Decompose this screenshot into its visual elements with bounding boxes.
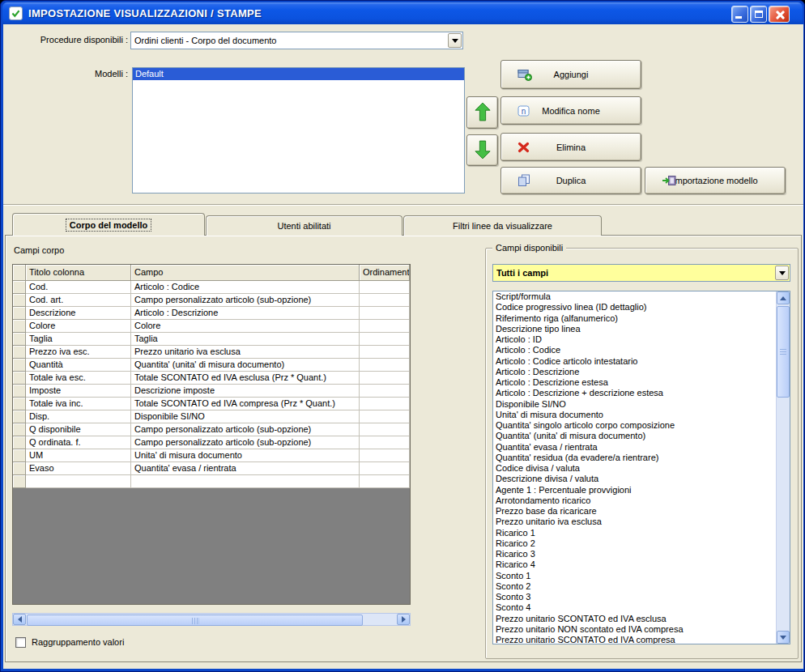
minimize-button[interactable] <box>731 6 748 23</box>
list-item[interactable]: Articolo : Descrizione + descrizione est… <box>493 388 790 398</box>
table-row[interactable]: Cod. Articolo : Codice <box>13 281 410 294</box>
list-item[interactable]: Sconto 1 <box>493 571 790 581</box>
list-item[interactable]: Quantita' (unita' di misura documento) <box>493 431 790 441</box>
tab-corpo-del-modello[interactable]: Corpo del modello <box>12 213 205 236</box>
row-handle[interactable] <box>13 333 26 346</box>
list-item[interactable]: Descrizione tipo linea <box>493 324 790 334</box>
fields-vertical-scrollbar[interactable] <box>776 291 790 644</box>
table-row[interactable]: Q ordinata. f. Campo personalizzato arti… <box>13 436 410 449</box>
list-item[interactable]: Agente 1 : Percentuale provvigioni <box>493 485 790 495</box>
model-list-item[interactable]: Default <box>133 68 464 80</box>
list-item[interactable]: Ricarico 3 <box>493 549 790 559</box>
row-handle[interactable] <box>13 449 26 462</box>
models-listbox[interactable]: Default <box>132 67 465 194</box>
grid-horizontal-scrollbar[interactable] <box>12 613 411 626</box>
row-handle[interactable] <box>13 281 26 294</box>
list-item[interactable]: Riferimento riga (alfanumerico) <box>493 313 790 324</box>
rename-model-button[interactable]: n Modifica nome <box>500 96 641 125</box>
list-item[interactable]: Codice progressivo linea (ID dettaglio) <box>493 302 790 313</box>
row-handle[interactable] <box>13 410 26 423</box>
row-handle[interactable] <box>13 385 26 398</box>
row-handle[interactable] <box>13 436 26 449</box>
list-item[interactable]: Sconto 3 <box>493 592 790 602</box>
list-item[interactable]: Sconto 4 <box>493 602 790 613</box>
close-button[interactable] <box>769 6 790 23</box>
chevron-down-icon[interactable] <box>775 266 789 280</box>
list-item[interactable]: Articolo : ID <box>493 334 790 345</box>
table-row[interactable]: Cod. art. Campo personalizzato articolo … <box>13 294 410 307</box>
list-item[interactable]: Arrotondamento ricarico <box>493 495 790 506</box>
list-item[interactable]: Prezzo unitario iva esclusa <box>493 517 790 527</box>
duplicate-model-button[interactable]: Duplica <box>500 167 641 194</box>
checkmark-window-icon[interactable] <box>9 6 23 20</box>
table-row[interactable]: Evaso Quantita' evasa / rientrata <box>13 462 410 475</box>
table-row[interactable] <box>13 475 410 488</box>
grid-header-campo[interactable]: Campo <box>131 265 360 281</box>
list-item[interactable]: Ricarico 4 <box>493 559 790 570</box>
row-handle[interactable] <box>13 398 26 410</box>
scrollbar-thumb[interactable] <box>777 306 790 398</box>
titlebar[interactable]: IMPOSTAZIONE VISUALIZZAZIONI / STAMPE <box>2 2 803 24</box>
list-item[interactable]: Script/formula <box>493 291 790 302</box>
list-item[interactable]: Articolo : Codice <box>493 345 790 355</box>
delete-model-button[interactable]: Elimina <box>500 133 641 161</box>
table-row[interactable]: UM Unita' di misura documento <box>13 449 410 462</box>
tab-filtri-linee[interactable]: Filtri linee da visualizzare <box>403 215 602 236</box>
row-handle[interactable] <box>13 359 26 372</box>
list-item[interactable]: Prezzo unitario SCONTATO ed IVA esclusa <box>493 614 790 624</box>
table-row[interactable]: Colore Colore <box>13 320 410 333</box>
table-row[interactable]: Q disponibile Campo personalizzato artic… <box>13 423 410 436</box>
tab-utenti-abilitati[interactable]: Utenti abilitati <box>206 215 402 236</box>
list-item[interactable]: Ricarico 2 <box>493 538 790 549</box>
scrollbar-thumb[interactable] <box>27 615 363 626</box>
table-row[interactable]: Disp. Disponibile SI/NO <box>13 410 410 423</box>
list-item[interactable]: Prezzo unitario SCONTATO ed IVA compresa <box>493 635 790 644</box>
row-handle[interactable] <box>13 372 26 385</box>
table-row[interactable]: Imposte Descrizione imposte <box>13 385 410 398</box>
list-item[interactable]: Articolo : Codice articolo intestatario <box>493 356 790 367</box>
table-row[interactable]: Prezzo iva esc. Prezzo unitario iva escl… <box>13 346 410 359</box>
scroll-up-arrow-icon[interactable] <box>777 291 790 304</box>
list-item[interactable]: Prezzo unitario NON scontato ed IVA comp… <box>493 624 790 635</box>
table-row[interactable]: Taglia Taglia <box>13 333 410 346</box>
table-row[interactable]: Totale iva inc. Totale SCONTATO ed IVA c… <box>13 398 410 410</box>
available-fields-listbox[interactable]: Script/formula Codice progressivo linea … <box>492 291 790 644</box>
list-item[interactable]: Codice divisa / valuta <box>493 463 790 474</box>
chevron-down-icon[interactable] <box>448 33 462 48</box>
list-item[interactable]: Articolo : Descrizione <box>493 367 790 377</box>
table-row[interactable]: Descrizione Articolo : Descrizione <box>13 307 410 320</box>
list-item[interactable]: Ricarico 1 <box>493 528 790 538</box>
raggruppamento-checkbox[interactable] <box>15 637 26 648</box>
add-model-button[interactable]: Aggiungi <box>500 60 641 89</box>
scroll-right-arrow-icon[interactable] <box>397 614 410 625</box>
row-handle[interactable] <box>13 462 26 475</box>
fields-filter-select[interactable]: Tutti i campi <box>492 264 790 282</box>
row-handle[interactable] <box>13 423 26 436</box>
list-item[interactable]: Quantita' residua (da evadere/a rientrar… <box>493 453 790 463</box>
list-item[interactable]: Articolo : Descrizione estesa <box>493 377 790 388</box>
maximize-button[interactable] <box>750 6 767 23</box>
list-item[interactable]: Sconto 2 <box>493 581 790 592</box>
row-handle[interactable] <box>13 307 26 320</box>
list-item[interactable]: Unita' di misura documento <box>493 410 790 420</box>
list-item[interactable]: Descrizione divisa / valuta <box>493 474 790 484</box>
scroll-down-arrow-icon[interactable] <box>777 631 790 644</box>
list-item[interactable]: Prezzo base da ricaricare <box>493 506 790 517</box>
grid-header-handle[interactable] <box>13 265 26 281</box>
row-handle[interactable] <box>13 320 26 333</box>
list-item[interactable]: Quantita' evasa / rientrata <box>493 442 790 453</box>
import-model-button[interactable]: Importazione modello <box>645 167 786 194</box>
row-handle[interactable] <box>13 346 26 359</box>
table-row[interactable]: Quantità Quantita' (unita' di misura doc… <box>13 359 410 372</box>
table-row[interactable]: Totale iva esc. Totale SCONTATO ed IVA e… <box>13 372 410 385</box>
row-handle[interactable] <box>13 294 26 307</box>
scroll-left-arrow-icon[interactable] <box>13 614 26 625</box>
model-move-down-button[interactable] <box>466 134 498 166</box>
model-move-up-button[interactable] <box>466 96 498 129</box>
list-item[interactable]: Quantita' singolo articolo corpo composi… <box>493 420 790 431</box>
procedures-select[interactable]: Ordini clienti - Corpo del documento <box>130 32 463 49</box>
grid-header-titolo-colonna[interactable]: Titolo colonna <box>26 265 131 281</box>
grid-header-ordinamento[interactable]: Ordinament <box>360 265 410 281</box>
row-handle[interactable] <box>13 475 26 488</box>
list-item[interactable]: Disponibile SI/NO <box>493 399 790 410</box>
